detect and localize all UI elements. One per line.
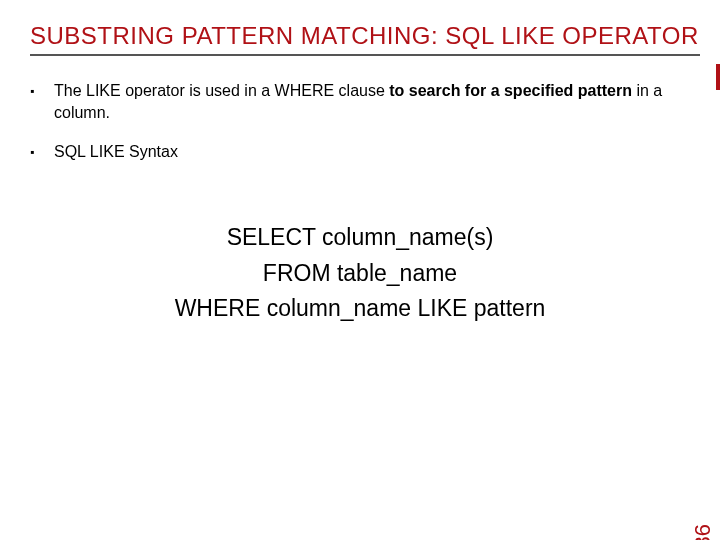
syntax-line-2: FROM table_name: [0, 256, 720, 292]
accent-bar: [716, 64, 720, 90]
slide-title: SUBSTRING PATTERN MATCHING: SQL LIKE OPE…: [30, 22, 700, 56]
syntax-block: SELECT column_name(s) FROM table_name WH…: [0, 220, 720, 327]
bullet-item: ▪ The LIKE operator is used in a WHERE c…: [30, 80, 690, 123]
slide: SUBSTRING PATTERN MATCHING: SQL LIKE OPE…: [0, 0, 720, 540]
bullet-icon: ▪: [30, 141, 54, 160]
syntax-line-3: WHERE column_name LIKE pattern: [0, 291, 720, 327]
syntax-line-1: SELECT column_name(s): [0, 220, 720, 256]
bullet-icon: ▪: [30, 80, 54, 99]
bullet-text: SQL LIKE Syntax: [54, 141, 690, 163]
bullet-pre: SQL LIKE Syntax: [54, 143, 178, 160]
page-number: 36: [690, 524, 716, 540]
bullet-bold: to search for a specified pattern: [389, 82, 632, 99]
bullet-text: The LIKE operator is used in a WHERE cla…: [54, 80, 690, 123]
slide-body: ▪ The LIKE operator is used in a WHERE c…: [30, 80, 690, 181]
bullet-item: ▪ SQL LIKE Syntax: [30, 141, 690, 163]
bullet-pre: The LIKE operator is used in a WHERE cla…: [54, 82, 389, 99]
